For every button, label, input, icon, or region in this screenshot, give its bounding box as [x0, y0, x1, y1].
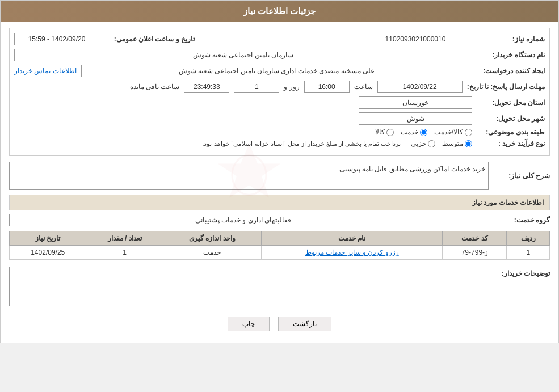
- cell-nam[interactable]: رزرو کردن و سایر خدمات مربوط: [262, 246, 443, 260]
- print-button[interactable]: چاپ: [228, 317, 270, 331]
- cell-vahed: خدمت: [163, 246, 261, 260]
- mohlat-date: 1402/09/22: [377, 81, 463, 93]
- ijad-link[interactable]: اطلاعات تماس خریدار: [14, 67, 77, 75]
- mohlat-baqi-label: ساعت باقی مانده: [130, 83, 180, 91]
- row-group: گروه خدمت: فعالیتهای اداری و خدمات پشتیب…: [9, 214, 550, 226]
- shomara-label: شماره نیاز:: [477, 35, 545, 43]
- radio-kala: کالا: [375, 128, 394, 136]
- page-header: جزئیات اطلاعات نیاز: [1, 1, 558, 22]
- group-value: فعالیتهای اداری و خدمات پشتیبانی: [9, 214, 477, 226]
- row-ijad: ایجاد کننده درخواست: علی مسخنه متصدی خدم…: [14, 65, 545, 77]
- col-tedad: تعداد / مقدار: [86, 231, 163, 246]
- radio-khedmat: خدمت: [401, 128, 427, 136]
- tozihat-textarea[interactable]: [9, 267, 477, 306]
- back-button[interactable]: بازگشت: [278, 317, 331, 331]
- tozihat-label: توضیحات خریدار:: [482, 267, 550, 277]
- shahr-label: شهر محل تحویل:: [477, 115, 545, 123]
- radio-jozi-input[interactable]: [428, 140, 435, 147]
- nam-dastgah-value: سازمان تامین اجتماعی شعبه شوش: [14, 49, 472, 61]
- row-sharh: شرح کلی نیاز: خرید خدمات اماکن ورزشی مطا…: [9, 162, 550, 190]
- service-info-title: اطلاعات خدمات مورد نیاز: [9, 195, 550, 210]
- row-tabaqe: طبقه بندی موضوعی: کالا/خدمت خدمت کالا: [14, 128, 545, 136]
- tarikh-value: 1402/09/20 - 15:59: [14, 33, 99, 45]
- mohlat-saat-value: 16:00: [304, 81, 350, 93]
- svg-point-0: [232, 155, 266, 195]
- services-table-section: ردیف کد خدمت نام خدمت واحد اندازه گیری ت…: [9, 231, 550, 260]
- cell-radif: 1: [507, 246, 550, 260]
- radio-jozi: جزیی: [411, 140, 435, 147]
- ijad-value: علی مسخنه متصدی خدمات اداری سازمان تامین…: [81, 65, 472, 77]
- sharh-label: شرح کلی نیاز:: [493, 172, 550, 180]
- main-container: جزئیات اطلاعات نیاز شماره نیاز: 11020930…: [0, 0, 559, 343]
- col-radif: ردیف: [507, 231, 550, 246]
- mohlat-label: مهلت ارسال پاسخ: تا تاریخ:: [467, 83, 545, 91]
- row-tozihat: توضیحات خریدار:: [9, 267, 550, 308]
- nooe-description: پرداخت تمام یا بخشی از مبلغ خریدار از مح…: [202, 140, 401, 147]
- nooe-label: نوع فرآیند خرید :: [477, 140, 545, 147]
- tabaqe-radio-group: کالا/خدمت خدمت کالا: [375, 128, 472, 136]
- cell-tedad: 1: [86, 246, 163, 260]
- radio-motavaset: متوسط: [442, 140, 472, 147]
- col-vahed: واحد اندازه گیری: [163, 231, 261, 246]
- radio-kala-input[interactable]: [386, 129, 394, 136]
- row-shahr: شهر محل تحویل: شوش: [14, 112, 545, 125]
- radio-kala-khedmat: کالا/خدمت: [434, 128, 472, 136]
- mohlat-rooz-value: 1: [234, 81, 279, 93]
- main-form-section: شماره نیاز: 1102093021000010 تاریخ و ساع…: [9, 28, 550, 156]
- mohlat-rooz-label: روز و: [284, 83, 299, 91]
- cell-kod: ز-799-79: [443, 246, 507, 260]
- radio-kala-label: کالا: [375, 128, 385, 136]
- nooe-radio-group: متوسط جزیی: [411, 140, 472, 147]
- col-tarikh: تاریخ نیاز: [10, 231, 86, 246]
- mohlat-saat-label: ساعت: [354, 83, 373, 91]
- sharh-value-box: خرید خدمات اماکن ورزشی مطابق فایل نامه پ…: [9, 162, 489, 190]
- shomara-value: 1102093021000010: [359, 33, 472, 45]
- nam-dastgah-label: نام دستگاه خریدار:: [477, 51, 545, 59]
- services-table: ردیف کد خدمت نام خدمت واحد اندازه گیری ت…: [9, 231, 550, 260]
- buttons-row: بازگشت چاپ: [9, 317, 550, 331]
- row-nam-dastgah: نام دستگاه خریدار: سازمان تامین اجتماعی …: [14, 49, 545, 61]
- ostan-label: استان محل تحویل:: [477, 99, 545, 107]
- col-nam: نام خدمت: [262, 231, 443, 246]
- shahr-value: شوش: [359, 112, 472, 125]
- row-mohlat: مهلت ارسال پاسخ: تا تاریخ: 1402/09/22 سا…: [14, 81, 545, 93]
- tarikh-label: تاریخ و ساعت اعلان عمومی:: [104, 35, 195, 43]
- ostan-value: خوزستان: [359, 96, 472, 109]
- content-area: شماره نیاز: 1102093021000010 تاریخ و ساع…: [1, 22, 558, 343]
- table-row: 1ز-799-79رزرو کردن و سایر خدمات مربوطخدم…: [10, 246, 550, 260]
- ijad-label: ایجاد کننده درخواست:: [477, 67, 545, 75]
- radio-khedmat-label: خدمت: [401, 128, 418, 136]
- tabaqe-label: طبقه بندی موضوعی:: [477, 128, 545, 136]
- mohlat-baqi-value: 23:49:33: [184, 81, 229, 93]
- cell-tarikh: 1402/09/25: [10, 246, 86, 260]
- page-title: جزئیات اطلاعات نیاز: [243, 6, 316, 16]
- group-label: گروه خدمت:: [482, 216, 550, 224]
- radio-motavaset-label: متوسط: [442, 140, 463, 147]
- row-shomara: شماره نیاز: 1102093021000010 تاریخ و ساع…: [14, 33, 545, 45]
- col-kod: کد خدمت: [443, 231, 507, 246]
- radio-motavaset-input[interactable]: [465, 140, 472, 147]
- radio-khedmat-input[interactable]: [420, 129, 427, 136]
- radio-kala-khedmat-input[interactable]: [465, 129, 472, 136]
- radio-jozi-label: جزیی: [411, 140, 426, 147]
- row-ostan: استان محل تحویل: خوزستان: [14, 96, 545, 109]
- sharh-value: خرید خدمات اماکن ورزشی مطابق فایل نامه پ…: [339, 165, 485, 173]
- row-nooe: نوع فرآیند خرید : متوسط جزیی پرداخت تمام…: [14, 140, 545, 147]
- radio-kala-khedmat-label: کالا/خدمت: [434, 128, 463, 136]
